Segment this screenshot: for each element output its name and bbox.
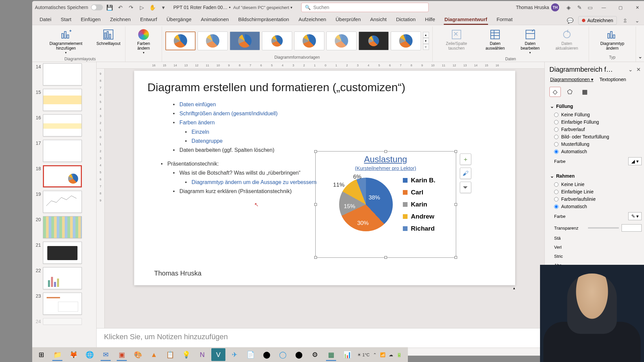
thumb-24[interactable]: 24 bbox=[34, 318, 94, 325]
document-title[interactable]: PPT 01 Roter Faden 00… • Auf "diesem PC"… bbox=[173, 5, 292, 10]
save-icon[interactable]: 💾 bbox=[106, 3, 114, 11]
tab-datei[interactable]: Datei bbox=[36, 14, 55, 25]
fill-solid-radio[interactable]: Einfarbige Füllung bbox=[550, 118, 642, 126]
chart-object[interactable]: ＋ 🖌 ⏷ Auslastung (Kursteilnehmer pro Lek… bbox=[315, 151, 456, 258]
nav-prev-icon[interactable]: ▴ bbox=[513, 286, 515, 290]
chart-subtitle[interactable]: (Kursteilnehmer pro Lektor) bbox=[316, 165, 456, 171]
add-chart-element-button[interactable]: Diagrammelement hinzufügen ▾ bbox=[38, 27, 94, 56]
thumb-14[interactable]: 14 bbox=[34, 63, 94, 85]
tab-uebergaenge[interactable]: Übergänge bbox=[163, 14, 196, 25]
tray-battery-icon[interactable]: 🔋 bbox=[396, 352, 402, 357]
taskbar-outlook[interactable]: ✉ bbox=[99, 348, 113, 361]
fill-color-picker[interactable]: ◢ ▾ bbox=[628, 157, 642, 165]
style-scroll-up[interactable]: ▴ bbox=[423, 32, 429, 38]
change-chart-type-button[interactable]: Diagrammtyp ändern bbox=[592, 27, 632, 52]
transparency-slider[interactable] bbox=[588, 227, 619, 229]
thumb-21[interactable]: 21 bbox=[34, 242, 94, 264]
share-icon[interactable]: ⇫ bbox=[621, 16, 629, 24]
maximize-button[interactable]: ▢ bbox=[613, 2, 628, 13]
redo-icon[interactable]: ↷ bbox=[127, 3, 135, 11]
window-icon[interactable]: ▭ bbox=[586, 3, 594, 11]
ribbon-collapse-icon[interactable]: ⌄ bbox=[633, 16, 641, 24]
fill-line-tab-icon[interactable]: ◇ bbox=[549, 87, 561, 97]
taskbar-app-5[interactable]: ◯ bbox=[276, 348, 290, 361]
chart-style-7[interactable] bbox=[359, 32, 389, 50]
thumb-20[interactable]: 20 bbox=[34, 216, 94, 238]
fill-none-radio[interactable]: Keine Füllung bbox=[550, 111, 642, 118]
resize-handle[interactable] bbox=[314, 256, 317, 259]
resize-handle[interactable] bbox=[384, 150, 387, 153]
slide-thumbnails[interactable]: 14 15 16 17 18 19 20 21 22 23 24 bbox=[32, 62, 97, 348]
slide-title[interactable]: Diagramm erstellen und formatieren („cus… bbox=[148, 81, 502, 94]
line-auto-radio[interactable]: Automatisch bbox=[550, 203, 642, 210]
chart-legend[interactable]: Karin B. Carl Karin Andrew Richard bbox=[403, 177, 435, 232]
fill-gradient-radio[interactable]: Farbverlauf bbox=[550, 126, 642, 133]
fill-auto-radio[interactable]: Automatisch bbox=[550, 148, 642, 155]
pane-close-icon[interactable]: ✕ bbox=[634, 65, 642, 73]
chart-style-6[interactable] bbox=[326, 32, 357, 50]
tab-ueberpruefen[interactable]: Überprüfen bbox=[331, 14, 365, 25]
chart-style-8[interactable] bbox=[391, 32, 421, 50]
user-account[interactable]: Thomas Hruska TH bbox=[516, 3, 559, 11]
pen-icon[interactable]: ✎ bbox=[575, 3, 583, 11]
chart-styles-button[interactable]: 🖌 bbox=[460, 168, 471, 179]
tab-start[interactable]: Start bbox=[57, 14, 75, 25]
thumb-15[interactable]: 15 bbox=[34, 89, 94, 111]
minimize-button[interactable]: — bbox=[597, 2, 611, 13]
taskbar-powerpoint[interactable]: ▣ bbox=[115, 348, 129, 361]
tab-aufzeichnen[interactable]: Aufzeichnen bbox=[294, 14, 330, 25]
chart-style-3[interactable] bbox=[230, 32, 260, 50]
taskbar-app-v[interactable]: V bbox=[211, 348, 225, 361]
thumb-16[interactable]: 16 bbox=[34, 114, 94, 136]
autosave-switch-icon[interactable] bbox=[91, 4, 103, 10]
resize-handle[interactable] bbox=[314, 203, 317, 206]
tab-bildschirm[interactable]: Bildschirmpräsentation bbox=[234, 14, 293, 25]
taskbar-telegram[interactable]: ✈ bbox=[227, 348, 241, 361]
undo-icon[interactable]: ↶ bbox=[116, 3, 124, 11]
fill-pattern-radio[interactable]: Musterfüllung bbox=[550, 140, 642, 148]
taskbar-app-3[interactable]: 💡 bbox=[179, 348, 193, 361]
pie-chart[interactable]: 38% 30% 15% 11% 6% bbox=[336, 174, 396, 235]
taskbar-app-6[interactable]: ⬤ bbox=[292, 348, 306, 361]
change-colors-button[interactable]: Farben ändern ▾ bbox=[129, 27, 158, 56]
tab-hilfe[interactable]: Hilfe bbox=[421, 14, 439, 25]
chart-title[interactable]: Auslastung bbox=[316, 154, 456, 165]
tab-format[interactable]: Format bbox=[493, 14, 517, 25]
taskbar-app-1[interactable]: 🎨 bbox=[131, 348, 145, 361]
taskbar-settings[interactable]: ⚙ bbox=[308, 348, 322, 361]
select-data-button[interactable]: Daten auswählen bbox=[478, 27, 512, 52]
start-button[interactable]: ⊞ bbox=[34, 348, 48, 361]
taskbar-onenote[interactable]: N bbox=[195, 348, 209, 361]
diamond-icon[interactable]: ◈ bbox=[565, 3, 573, 11]
slide[interactable]: Diagramm erstellen und formatieren („cus… bbox=[134, 71, 515, 285]
close-button[interactable]: ✕ bbox=[630, 2, 644, 13]
resize-handle[interactable] bbox=[454, 150, 457, 153]
qat-overflow-icon[interactable]: ▾ bbox=[159, 3, 167, 11]
thumb-19[interactable]: 19 bbox=[34, 191, 94, 213]
notes-pane[interactable]: Klicken Sie, um Notizen hinzuzufügen bbox=[97, 328, 544, 348]
taskbar-firefox[interactable]: 🦊 bbox=[66, 348, 80, 361]
taskbar-app-7[interactable]: 📊 bbox=[340, 348, 354, 361]
pane-dropdown-icon[interactable]: ⌄ bbox=[626, 65, 634, 73]
format-tab-text-options[interactable]: Textoptionen bbox=[599, 77, 626, 82]
resize-handle[interactable] bbox=[454, 256, 457, 259]
taskbar-chrome[interactable]: 🌐 bbox=[83, 348, 97, 361]
resize-handle[interactable] bbox=[314, 150, 317, 153]
transparency-input[interactable] bbox=[622, 224, 642, 232]
edit-data-button[interactable]: Daten bearbeiten ▾ bbox=[514, 27, 547, 56]
tab-dictation[interactable]: Dictation bbox=[392, 14, 420, 25]
chart-style-1[interactable] bbox=[165, 32, 196, 50]
touch-mode-icon[interactable]: ✋ bbox=[149, 3, 157, 11]
taskbar-explorer[interactable]: 📁 bbox=[50, 348, 64, 361]
tab-animationen[interactable]: Animationen bbox=[197, 14, 233, 25]
weather-widget[interactable]: ☀ 1°C bbox=[357, 352, 370, 357]
from-beginning-icon[interactable]: ▷ bbox=[138, 3, 146, 11]
style-more[interactable]: ▿ bbox=[423, 44, 429, 50]
taskbar-vlc[interactable]: ▲ bbox=[147, 348, 161, 361]
search-input[interactable] bbox=[313, 5, 425, 10]
thumb-17[interactable]: 17 bbox=[34, 140, 94, 162]
chart-style-5[interactable] bbox=[294, 32, 324, 50]
tray-cloud-icon[interactable]: ☁ bbox=[389, 352, 393, 357]
tab-diagrammentwurf[interactable]: Diagrammentwurf bbox=[440, 14, 491, 25]
section-border[interactable]: ⌄Rahmen bbox=[550, 171, 642, 181]
